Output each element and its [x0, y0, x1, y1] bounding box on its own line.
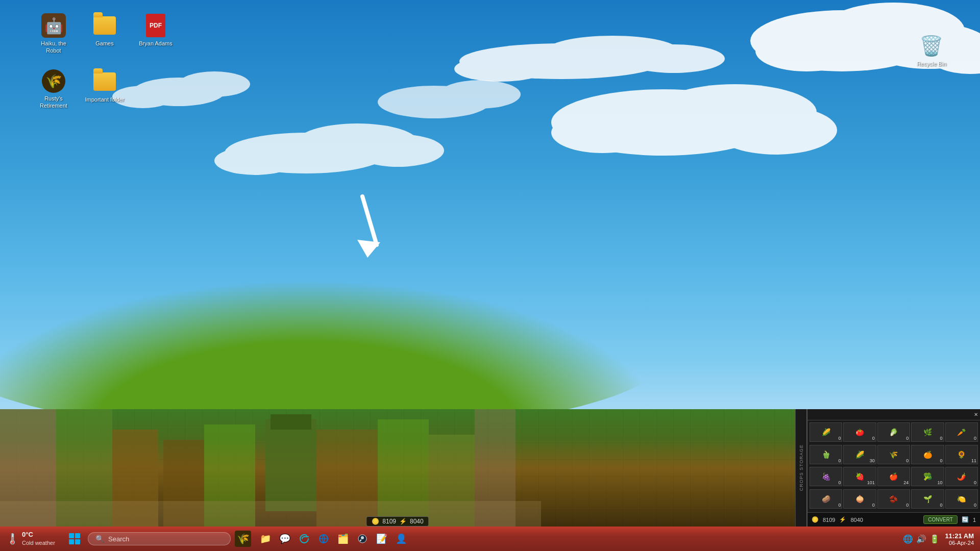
game-hud-panel: ✕ 🌽 0 🍅 0 🥬 0 🌿 0 🥕 0 🫑 0 — [806, 409, 980, 527]
hud-cell-icon-6: 🌽 — [855, 451, 864, 458]
hud-coins: 8109 — [823, 517, 835, 523]
rustys-icon-img: 🌾 — [42, 69, 65, 93]
hud-cell-count-1: 0 — [872, 436, 875, 441]
hud-cell-count-18: 0 — [940, 503, 943, 508]
hud-coin-icon: 🪙 — [812, 516, 819, 523]
taskbar-icon-edge2[interactable] — [315, 531, 332, 547]
pdf-shape: PDF — [146, 14, 165, 37]
hud-cell-count-5: 0 — [838, 458, 841, 463]
taskbar-app-icons: 📁 💬 🗂️ — [253, 531, 413, 547]
hud-cell-count-12: 24 — [903, 480, 909, 485]
hud-cell-icon-18: 🌱 — [923, 495, 932, 503]
hud-cell-count-4: 0 — [974, 436, 976, 441]
desktop-icon-recycle-bin[interactable]: 🗑️ Recycle Bin — [914, 31, 949, 70]
taskbar-icon-teams[interactable]: 💬 — [277, 531, 293, 547]
hud-cell-count-19: 0 — [974, 503, 976, 508]
games-icon-label: Games — [95, 40, 113, 47]
hud-cell-6: 🌽 30 — [843, 445, 876, 464]
hud-convert-value: 1 — [973, 517, 976, 523]
energy-value: 8040 — [410, 518, 424, 525]
start-button[interactable] — [63, 528, 86, 550]
important-folder-img — [92, 69, 117, 94]
tray-battery-icon[interactable]: 🔋 — [929, 534, 940, 544]
hud-cell-19: 🍋 0 — [945, 489, 978, 509]
hud-cell-13: 🥦 10 — [911, 467, 944, 486]
svg-rect-37 — [69, 533, 74, 538]
weather-icon: 🌡️ — [6, 533, 19, 545]
hud-cell-5: 🫑 0 — [810, 445, 842, 464]
hud-cell-12: 🍎 24 — [877, 467, 910, 486]
desktop-icons-area: 🤖 Haiku, the Robot Games PDF Bryan Adams… — [31, 10, 179, 117]
hud-cell-16: 🧅 0 — [843, 489, 876, 509]
desktop-icon-rustys[interactable]: 🌾 Rusty's Retirement — [31, 66, 77, 117]
haiku-icon-label: Haiku, the Robot — [34, 40, 74, 55]
important-folder-shape — [93, 72, 116, 91]
hud-cell-count-2: 0 — [906, 436, 909, 441]
taskbar-icon-steam[interactable] — [354, 531, 371, 547]
hud-cell-8: 🍊 0 — [911, 445, 944, 464]
svg-marker-23 — [357, 240, 380, 258]
hud-cell-11: 🍓 101 — [843, 467, 876, 486]
coin-value: 8109 — [382, 518, 396, 525]
hud-cell-icon-9: 🌻 — [957, 451, 966, 458]
recycle-bin-img: 🗑️ — [919, 34, 944, 58]
hud-cell-count-3: 0 — [940, 436, 943, 441]
hud-cell-count-10: 0 — [838, 480, 841, 485]
hud-cell-icon-14: 🌶️ — [957, 473, 966, 480]
hud-cell-count-8: 0 — [940, 458, 943, 463]
convert-button[interactable]: CONVERT — [923, 515, 958, 524]
clock-widget[interactable]: 11:21 AM 06-Apr-24 — [945, 532, 974, 546]
svg-line-22 — [362, 196, 377, 245]
hud-cell-count-16: 0 — [872, 503, 875, 508]
hud-cell-icon-2: 🥬 — [889, 429, 898, 436]
hud-cell-icon-3: 🌿 — [923, 429, 932, 436]
desktop-icon-haiku[interactable]: 🤖 Haiku, the Robot — [31, 10, 77, 61]
hud-cell-count-13: 10 — [938, 480, 943, 485]
svg-rect-38 — [75, 533, 80, 538]
taskbar-icon-notepad[interactable]: 📝 — [374, 531, 390, 547]
weather-text: 0°C Cold weather — [22, 531, 55, 546]
weather-description: Cold weather — [22, 539, 55, 546]
weather-widget[interactable]: 🌡️ 0°C Cold weather — [0, 531, 61, 546]
desktop-icon-bryan-adams[interactable]: PDF Bryan Adams — [133, 10, 179, 61]
hud-cell-icon-5: 🫑 — [822, 451, 830, 458]
taskbar-game-icon[interactable]: 🌾 — [235, 531, 251, 547]
svg-rect-40 — [75, 539, 80, 544]
hud-cell-count-7: 0 — [906, 458, 909, 463]
hud-cell-17: 🫘 0 — [877, 489, 910, 509]
tray-icons-group: 🌐 🔊 🔋 — [903, 534, 940, 544]
desktop-icon-important-folder[interactable]: Important folder — [82, 66, 128, 117]
weather-temp: 0°C — [22, 531, 55, 539]
clock-date: 06-Apr-24 — [945, 540, 974, 546]
important-folder-label: Important folder — [85, 96, 124, 103]
hud-cell-18: 🌱 0 — [911, 489, 944, 509]
taskbar-icon-edge[interactable] — [296, 531, 312, 547]
hud-bottom-bar: 🪙 8109 ⚡ 8040 CONVERT 🔄 1 — [807, 512, 980, 527]
taskbar: 🌡️ 0°C Cold weather 🔍 Search 🌾 — [0, 527, 980, 551]
coin-icon: 🪙 — [372, 518, 379, 525]
games-folder-img — [92, 13, 117, 38]
taskbar-icon-files[interactable]: 🗂️ — [335, 531, 351, 547]
hud-cell-icon-12: 🍎 — [889, 473, 898, 480]
hud-cell-count-11: 101 — [867, 480, 875, 485]
hud-cell-15: 🥔 0 — [810, 489, 842, 509]
game-sprite-area: 🪙 8109 ⚡ 8040 — [0, 409, 795, 527]
desktop-icon-games[interactable]: Games — [82, 10, 128, 61]
hud-cell-7: 🌾 0 — [877, 445, 910, 464]
taskbar-icon-file-explorer[interactable]: 📁 — [257, 531, 274, 547]
svg-rect-31 — [271, 414, 311, 430]
hud-cell-count-6: 30 — [870, 458, 875, 463]
game-area[interactable]: 🪙 8109 ⚡ 8040 CROPS STORAGE ✕ 🌽 0 🍅 0 — [0, 409, 980, 527]
clock-time: 11:21 AM — [945, 532, 974, 540]
taskbar-icon-user[interactable]: 👤 — [393, 531, 409, 547]
hud-cell-icon-13: 🥦 — [923, 473, 932, 480]
desktop: 🤖 Haiku, the Robot Games PDF Bryan Adams… — [0, 0, 980, 551]
bryan-adams-icon-img: PDF — [143, 13, 168, 38]
energy-icon: ⚡ — [399, 518, 407, 525]
tray-network-icon[interactable]: 🌐 — [903, 534, 913, 544]
hud-cell-icon-15: 🥔 — [822, 495, 830, 503]
tray-sound-icon[interactable]: 🔊 — [916, 534, 926, 544]
taskbar-search[interactable]: 🔍 Search — [88, 532, 231, 545]
hud-energy-icon: ⚡ — [839, 516, 846, 523]
search-icon: 🔍 — [95, 535, 104, 543]
